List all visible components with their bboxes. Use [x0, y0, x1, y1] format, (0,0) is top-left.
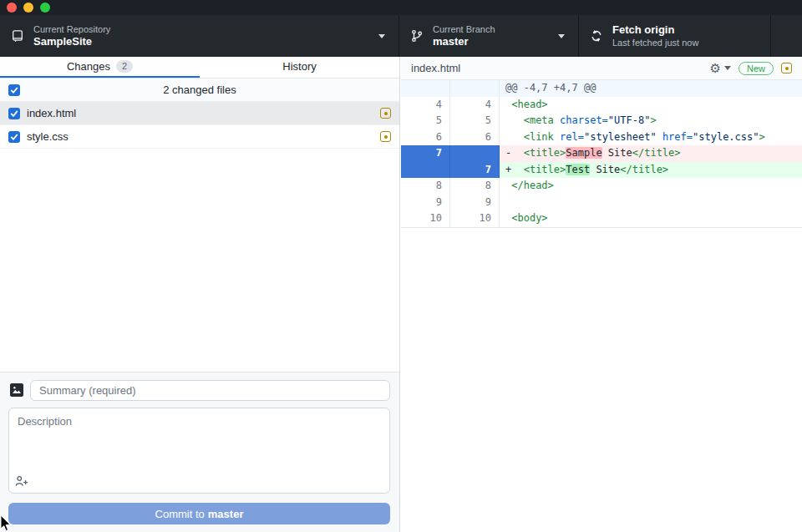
diff-new-line-number[interactable]	[450, 145, 500, 162]
diff-content: @@ -4,7 +4,7 @@44 <head>55 <meta charset…	[401, 80, 802, 228]
diff-row[interactable]: 55 <meta charset="UTF-8">	[401, 113, 802, 129]
diff-old-line-number[interactable]: 8	[401, 178, 450, 195]
diff-line-content: @@ -4,7 +4,7 @@	[500, 80, 802, 97]
changes-sidebar: Changes 2 History 2 changed files index.…	[0, 57, 400, 532]
new-badge: New	[739, 62, 774, 75]
file-checkbox[interactable]	[8, 108, 20, 119]
select-all-row[interactable]: 2 changed files	[0, 79, 399, 102]
diff-old-line-number[interactable]: 5	[401, 113, 450, 129]
diff-line-content: - <title>Sample Site</title>	[500, 145, 802, 162]
minimize-button[interactable]	[23, 3, 33, 13]
repository-dropdown[interactable]: Current Repository SampleSite	[0, 15, 399, 57]
commit-button-label: Commit to	[155, 508, 205, 520]
diff-line-content: <body>	[500, 210, 802, 227]
sidebar-tabs: Changes 2 History	[0, 57, 399, 79]
maximize-button[interactable]	[40, 3, 50, 13]
commit-button[interactable]: Commit tomaster	[8, 503, 390, 524]
fetch-text: Fetch origin Last fetched just now	[612, 23, 698, 48]
add-coauthor-icon[interactable]	[15, 474, 28, 488]
diff-old-line-number[interactable]: 7	[401, 145, 450, 162]
diff-old-line-number[interactable]: 9	[401, 195, 450, 211]
diff-line-content	[500, 195, 802, 211]
diff-new-line-number[interactable]: 10	[450, 210, 500, 227]
diff-new-line-number[interactable]: 8	[450, 178, 500, 195]
select-all-checkbox[interactable]	[8, 84, 20, 96]
tab-history[interactable]: History	[200, 57, 399, 78]
diff-new-line-number[interactable]: 9	[450, 195, 500, 211]
branch-text: Current Branch master	[433, 23, 495, 48]
diff-new-line-number[interactable]: 6	[450, 129, 500, 146]
modified-icon	[380, 108, 391, 119]
modified-icon	[781, 63, 792, 73]
diff-line-content: <meta charset="UTF-8">	[500, 113, 802, 129]
diff-line-content: </head>	[500, 178, 802, 195]
chevron-down-icon	[558, 34, 565, 38]
diff-old-line-number[interactable]	[401, 162, 450, 179]
fetch-origin-button[interactable]: Fetch origin Last fetched just now	[579, 15, 771, 57]
diff-old-line-number[interactable]	[401, 80, 450, 97]
diff-old-line-number[interactable]: 10	[401, 210, 450, 227]
diff-line-content: + <title>Test Site</title>	[500, 162, 802, 179]
close-button[interactable]	[7, 3, 17, 13]
titlebar	[0, 0, 802, 15]
diff-line-content: <head>	[500, 97, 802, 114]
avatar	[10, 383, 23, 397]
changes-count-badge: 2	[116, 60, 133, 73]
diff-new-line-number[interactable]	[450, 80, 500, 97]
branch-dropdown[interactable]: Current Branch master	[399, 15, 579, 57]
branch-name: master	[433, 35, 495, 48]
commit-form: Commit tomaster	[0, 372, 399, 532]
diff-panel: index.html ⚙ New @@ -4,7 +4,7 @@44 <head…	[401, 57, 802, 532]
chevron-down-icon	[378, 34, 385, 38]
changed-files-list: index.htmlstyle.css	[0, 102, 399, 149]
diff-row[interactable]: 88 </head>	[401, 178, 802, 195]
tab-changes-label: Changes	[67, 60, 110, 73]
diff-new-line-number[interactable]: 7	[450, 162, 500, 179]
diff-new-line-number[interactable]: 5	[450, 113, 500, 129]
changed-files-count: 2 changed files	[163, 84, 236, 96]
diff-tools: ⚙ New	[710, 62, 792, 75]
commit-description-input[interactable]	[8, 408, 390, 494]
file-row-index.html[interactable]: index.html	[0, 102, 399, 125]
tab-changes[interactable]: Changes 2	[0, 57, 200, 78]
diff-new-line-number[interactable]: 4	[450, 97, 500, 114]
file-checkbox[interactable]	[8, 131, 20, 143]
file-row-style.css[interactable]: style.css	[0, 125, 399, 149]
commit-description-wrap	[8, 408, 390, 494]
diff-row[interactable]: 1010 <body>	[401, 210, 802, 227]
diff-row[interactable]: 99	[401, 195, 802, 211]
commit-summary-input[interactable]	[30, 380, 390, 401]
branch-icon	[410, 29, 424, 43]
repo-icon	[11, 29, 24, 43]
repository-label: Current Repository	[33, 23, 110, 35]
commit-button-branch: master	[208, 508, 244, 520]
tab-history-label: History	[282, 60, 316, 73]
sync-icon	[590, 29, 603, 43]
diff-row[interactable]: 66 <link rel="stylesheet" href="style.cs…	[401, 129, 802, 146]
diff-row[interactable]: 44 <head>	[401, 97, 802, 114]
file-name: style.css	[27, 130, 380, 143]
diff-file-name: index.html	[411, 62, 460, 74]
diff-old-line-number[interactable]: 4	[401, 97, 450, 114]
diff-row[interactable]: 7- <title>Sample Site</title>	[401, 145, 802, 162]
gear-icon: ⚙	[710, 62, 721, 75]
diff-old-line-number[interactable]: 6	[401, 129, 450, 146]
branch-label: Current Branch	[433, 23, 495, 35]
repository-text: Current Repository SampleSite	[33, 23, 110, 48]
diff-row[interactable]: 7+ <title>Test Site</title>	[401, 162, 802, 179]
diff-row[interactable]: @@ -4,7 +4,7 @@	[401, 80, 802, 97]
github-desktop-window: Current Repository SampleSite Current Br…	[0, 0, 802, 532]
diff-line-content: <link rel="stylesheet" href="style.css">	[500, 129, 802, 146]
repository-name: SampleSite	[33, 35, 110, 48]
file-name: index.html	[27, 107, 380, 119]
toolbar: Current Repository SampleSite Current Br…	[0, 15, 802, 57]
diff-header: index.html ⚙ New	[401, 57, 802, 80]
modified-icon	[380, 131, 391, 142]
mouse-cursor	[0, 514, 13, 532]
chevron-down-icon	[724, 66, 731, 70]
fetch-subtitle: Last fetched just now	[612, 37, 698, 48]
toolbar-spacer	[771, 15, 802, 57]
diff-options-button[interactable]: ⚙	[710, 62, 731, 75]
fetch-title: Fetch origin	[612, 23, 698, 37]
